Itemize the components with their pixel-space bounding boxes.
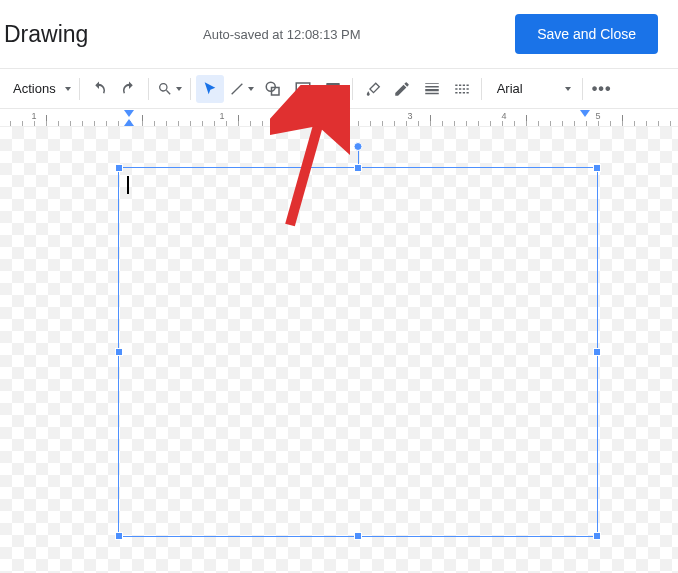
- font-family-label: Arial: [497, 81, 523, 96]
- resize-handle-s[interactable]: [354, 532, 362, 540]
- separator: [582, 78, 583, 100]
- actions-label: Actions: [7, 81, 62, 96]
- horizontal-ruler[interactable]: 1 1 2 3 4 5: [0, 109, 678, 127]
- fill-color-button[interactable]: [358, 75, 386, 103]
- text-box-selected[interactable]: [118, 167, 598, 537]
- save-and-close-button[interactable]: Save and Close: [515, 14, 658, 54]
- resize-handle-w[interactable]: [115, 348, 123, 356]
- drawing-canvas[interactable]: [0, 127, 678, 573]
- indent-marker-top[interactable]: [124, 110, 134, 117]
- ruler-number: 2: [313, 111, 318, 121]
- more-options-button[interactable]: •••: [588, 75, 616, 103]
- ruler-number: 5: [595, 111, 600, 121]
- cursor-icon: [202, 81, 218, 97]
- resize-handle-n[interactable]: [354, 164, 362, 172]
- caret-down-icon: [176, 87, 182, 91]
- more-icon: •••: [592, 80, 612, 98]
- line-weight-icon: [423, 80, 441, 98]
- dialog-header: Drawing Auto-saved at 12:08:13 PM Save a…: [0, 0, 678, 69]
- redo-icon: [120, 80, 138, 98]
- border-weight-button[interactable]: [418, 75, 446, 103]
- image-icon: [324, 80, 342, 98]
- caret-down-icon: [565, 87, 571, 91]
- resize-handle-nw[interactable]: [115, 164, 123, 172]
- resize-handle-e[interactable]: [593, 348, 601, 356]
- image-tool[interactable]: [319, 75, 347, 103]
- line-tool[interactable]: [226, 75, 257, 103]
- resize-handle-ne[interactable]: [593, 164, 601, 172]
- caret-down-icon: [248, 87, 254, 91]
- caret-down-icon: [65, 87, 71, 91]
- redo-button[interactable]: [115, 75, 143, 103]
- resize-handle-se[interactable]: [593, 532, 601, 540]
- ruler-number: 1: [219, 111, 224, 121]
- separator: [352, 78, 353, 100]
- ruler-number: 4: [501, 111, 506, 121]
- border-dash-button[interactable]: [448, 75, 476, 103]
- textbox-tool[interactable]: [289, 75, 317, 103]
- autosave-status: Auto-saved at 12:08:13 PM: [88, 27, 515, 42]
- indent-marker-bottom[interactable]: [124, 119, 134, 126]
- shape-tool[interactable]: [259, 75, 287, 103]
- pencil-icon: [393, 80, 411, 98]
- select-tool[interactable]: [196, 75, 224, 103]
- textbox-icon: [294, 80, 312, 98]
- rotation-handle[interactable]: [354, 142, 363, 151]
- undo-button[interactable]: [85, 75, 113, 103]
- ruler-ticks: [0, 109, 678, 126]
- paint-bucket-icon: [363, 80, 381, 98]
- indent-marker-right[interactable]: [580, 110, 590, 117]
- svg-rect-3: [326, 83, 340, 95]
- undo-icon: [90, 80, 108, 98]
- line-icon: [229, 81, 245, 97]
- shape-icon: [264, 80, 282, 98]
- separator: [190, 78, 191, 100]
- separator: [148, 78, 149, 100]
- text-cursor: [127, 176, 129, 194]
- line-dash-icon: [453, 80, 471, 98]
- border-color-button[interactable]: [388, 75, 416, 103]
- font-family-selector[interactable]: Arial: [487, 81, 577, 96]
- ruler-number: 1: [31, 111, 36, 121]
- actions-menu[interactable]: Actions: [4, 75, 74, 103]
- zoom-icon: [157, 81, 173, 97]
- svg-point-4: [329, 85, 331, 87]
- separator: [481, 78, 482, 100]
- ruler-number: 3: [407, 111, 412, 121]
- toolbar: Actions Arial: [0, 69, 678, 109]
- resize-handle-sw[interactable]: [115, 532, 123, 540]
- dialog-title: Drawing: [4, 21, 88, 48]
- zoom-button[interactable]: [154, 75, 185, 103]
- separator: [79, 78, 80, 100]
